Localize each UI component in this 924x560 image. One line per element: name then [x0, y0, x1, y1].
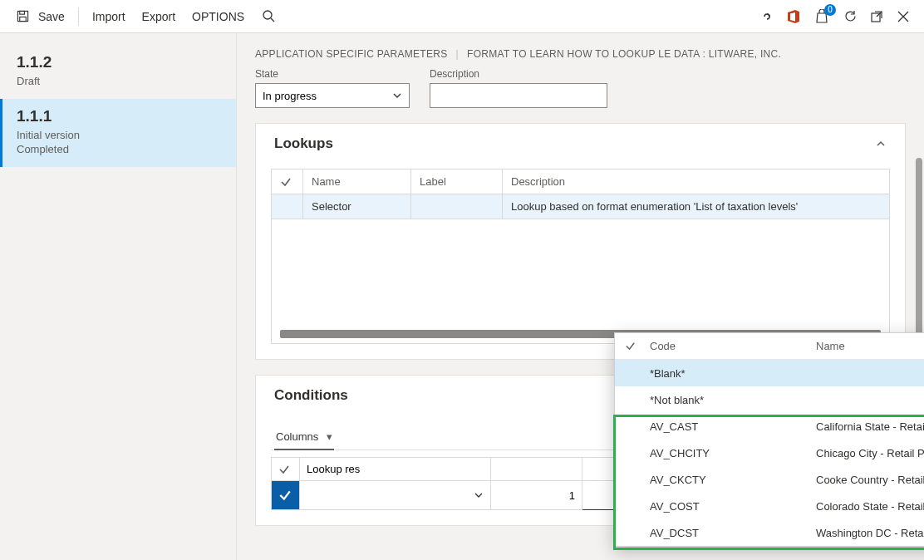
check-column[interactable] [272, 458, 300, 481]
main-content: APPLICATION SPECIFIC PARAMETERS | FORMAT… [237, 33, 924, 560]
close-button[interactable] [896, 9, 911, 24]
lookups-empty-area [271, 219, 890, 344]
search-button[interactable] [253, 3, 284, 30]
description-input[interactable] [430, 83, 607, 108]
breadcrumb: APPLICATION SPECIFIC PARAMETERS | FORMAT… [255, 48, 906, 60]
options-button[interactable]: OPTIONS [184, 5, 253, 28]
chevron-down-icon [474, 490, 484, 500]
state-select[interactable]: In progress [255, 83, 410, 108]
export-button[interactable]: Export [134, 5, 184, 28]
popup-row[interactable]: AV_CHCITY Chicago City - Retail Prod [615, 440, 924, 466]
col-name[interactable]: Name [303, 169, 411, 194]
breadcrumb-b: FORMAT TO LEARN HOW TO LOOKUP LE DATA : … [467, 48, 781, 60]
popup-row[interactable]: AV_COST Colorado State - Retail Prod [615, 493, 924, 519]
col-label[interactable]: Label [411, 169, 503, 194]
lookups-header-row: Name Label Description [272, 169, 890, 194]
chevron-down-icon [392, 91, 402, 101]
save-button[interactable]: Save [7, 4, 73, 29]
conditions-title: Conditions [274, 387, 348, 404]
version-number: 1.1.1 [17, 107, 219, 125]
version-number: 1.1.2 [17, 53, 219, 71]
lookups-panel: Lookups Name Label Description [255, 123, 906, 360]
col-lookup-result[interactable]: Lookup res [300, 458, 491, 481]
version-sidebar: 1.1.2 Draft 1.1.1 Initial version Comple… [0, 33, 237, 560]
toolbar: Save Import Export OPTIONS 0 [0, 0, 924, 33]
col-line[interactable] [491, 458, 582, 481]
collapse-lookups[interactable] [875, 138, 887, 150]
popup-col-name[interactable]: Name [811, 340, 924, 352]
lookups-row[interactable]: Selector Lookup based on format enumerat… [272, 194, 890, 219]
breadcrumb-separator: | [456, 48, 459, 60]
version-status: Completed [17, 143, 69, 155]
import-button[interactable]: Import [84, 5, 134, 28]
refresh-button[interactable] [843, 9, 858, 24]
description-field[interactable] [437, 86, 600, 105]
svg-rect-2 [19, 17, 26, 21]
popout-button[interactable] [869, 9, 884, 24]
popup-row[interactable]: AV_DCST Washington DC - Retail Prod [615, 519, 924, 546]
state-value: In progress [263, 90, 317, 102]
cell-line[interactable]: 1 [491, 481, 582, 510]
cell-label [411, 194, 503, 219]
popup-row-notblank[interactable]: *Not blank* [615, 386, 924, 413]
state-label: State [255, 68, 410, 80]
svg-point-3 [263, 11, 272, 19]
save-label: Save [38, 10, 65, 23]
link-icon[interactable] [759, 9, 774, 24]
row-selected-indicator[interactable] [272, 481, 300, 510]
check-icon [280, 176, 292, 188]
popup-row[interactable]: AV_CAST California State - Retail Prod [615, 413, 924, 440]
sidebar-item-111[interactable]: 1.1.1 Initial version Completed [0, 99, 236, 167]
lookups-table: Name Label Description Selector Lookup b… [271, 169, 890, 219]
check-column[interactable] [272, 169, 303, 194]
check-icon [625, 341, 636, 351]
notifications-button[interactable]: 0 [813, 7, 831, 26]
breadcrumb-a: APPLICATION SPECIFIC PARAMETERS [255, 48, 448, 60]
popup-row[interactable]: AV_CKCTY Cooke Country - Retail Prod [615, 466, 924, 493]
code-lookup-popup: Code Name *Blank* *Not blank* AV_CAST Ca… [614, 332, 924, 547]
popup-col-code[interactable]: Code [645, 340, 811, 352]
description-label: Description [430, 68, 607, 80]
cell-lookup-result[interactable] [300, 481, 491, 510]
office-icon[interactable] [786, 9, 801, 24]
cell-desc: Lookup based on format enumeration 'List… [503, 194, 890, 219]
version-desc: Initial version [17, 129, 80, 141]
popup-header: Code Name [615, 333, 924, 360]
svg-rect-1 [19, 11, 24, 14]
popup-row-blank[interactable]: *Blank* [615, 360, 924, 386]
separator [78, 7, 79, 26]
col-description[interactable]: Description [503, 169, 890, 194]
tab-columns[interactable]: Columns ▾ [274, 424, 334, 449]
save-icon [15, 9, 30, 24]
notification-badge: 0 [824, 4, 836, 16]
lookups-title: Lookups [274, 135, 333, 152]
search-icon [261, 8, 276, 23]
sidebar-item-112[interactable]: 1.1.2 Draft [0, 45, 236, 99]
version-status: Draft [17, 75, 219, 89]
svg-line-4 [271, 18, 274, 22]
cell-name: Selector [303, 194, 411, 219]
